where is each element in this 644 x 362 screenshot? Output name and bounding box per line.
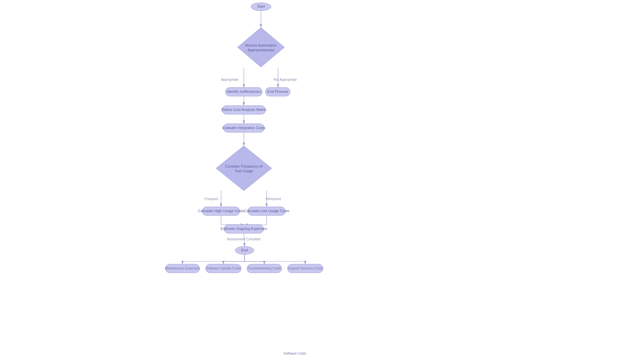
- frequency-label-line1: Consider Frequency of: [225, 164, 263, 168]
- estimate-label: Estimate Ongoing Expenses: [221, 227, 267, 231]
- software-update-label: Software Update Costs: [206, 266, 241, 270]
- appropriate-label: Appropriate: [221, 78, 238, 81]
- assess-label-line2: Appropriateness: [248, 48, 275, 52]
- frequent-label: Frequent: [205, 197, 218, 201]
- start-label: Start: [257, 4, 265, 8]
- assess-node: [237, 27, 284, 67]
- high-usage-label: Calculate High Usage Costs: [198, 209, 244, 213]
- maintenance-label: Maintenance Expenses: [165, 266, 200, 270]
- frequency-node: [216, 146, 272, 191]
- arrow-end-softwareupdate: [223, 254, 245, 264]
- arrow-end-maintenance: [182, 254, 245, 264]
- assessment-complete-label: Assessment Complete: [227, 237, 261, 241]
- identify-label: Identify Inefficiencies: [227, 89, 261, 94]
- support-services-label: Support Services Costs: [288, 266, 323, 270]
- define-cost-label: Define Cost Analysis Metric: [221, 108, 266, 112]
- low-usage-label: Calculate Low Usage Costs: [244, 209, 289, 213]
- not-appropriate-label: Not Appropriate: [273, 78, 297, 81]
- arrow-high-estimate: [221, 216, 244, 225]
- arrow-end-troubleshooting: [245, 254, 264, 264]
- troubleshooting-label: Troubleshooting Costs: [248, 266, 281, 270]
- software-costs-label: Software Costs: [283, 352, 306, 355]
- end-label: End: [241, 248, 248, 252]
- infrequent-label: Infrequent: [266, 197, 281, 201]
- arrow-low-estimate: [245, 216, 267, 225]
- end-process-label: End Process: [267, 89, 288, 94]
- assess-label-line1: Assess Automation: [245, 43, 277, 47]
- evaluate-label: Evaluate Integration Costs: [222, 126, 266, 130]
- frequency-label-line2: Tool Usage: [234, 169, 253, 173]
- flowchart-container: Start Assess Automation Appropriateness …: [0, 0, 644, 362]
- arrow-end-support: [245, 254, 305, 264]
